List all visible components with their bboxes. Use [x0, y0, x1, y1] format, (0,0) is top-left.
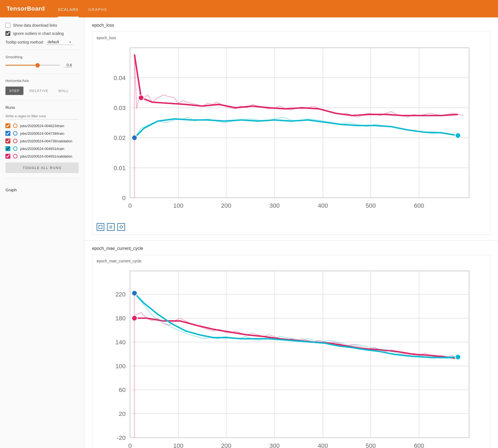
show-download-checkbox-row[interactable]: Show data download links [5, 23, 79, 28]
epoch-mae-section: epoch_mae_current_cycle epoch_mae_curren… [84, 241, 498, 448]
svg-rect-31 [99, 225, 102, 229]
crosshair-icon [119, 225, 123, 229]
svg-text:200: 200 [221, 442, 231, 448]
run-checkbox-1[interactable] [5, 123, 10, 128]
run-item-4[interactable]: jobs/20200524-004931/train [5, 146, 79, 151]
run-label-1: jobs/20200524-004623/train [20, 124, 64, 128]
run-circle-4 [13, 146, 17, 151]
svg-text:400: 400 [318, 442, 328, 448]
tooltip-label: Tooltip sorting method: [5, 40, 44, 44]
svg-text:100: 100 [173, 202, 183, 209]
svg-text:400: 400 [318, 202, 328, 209]
run-item-1[interactable]: jobs/20200524-004623/train [5, 123, 79, 128]
runs-label: Runs [5, 105, 79, 110]
svg-text:0.01: 0.01 [114, 165, 126, 171]
smoothing-section: Smoothing 0.6 [5, 55, 79, 74]
show-download-checkbox[interactable] [5, 23, 10, 28]
main-content: epoch_loss epoch_loss [84, 17, 498, 448]
horizontal-axis-section: Horizontal Axis STEP RELATIVE WALL [5, 79, 79, 100]
nav-graphs[interactable]: GRAPHS [88, 7, 107, 17]
svg-text:600: 600 [414, 442, 424, 448]
svg-text:0.02: 0.02 [114, 134, 126, 141]
axis-relative-button[interactable]: RELATIVE [26, 87, 52, 95]
logo: TensorBoard [7, 5, 45, 12]
run-checkbox-5[interactable] [5, 154, 10, 159]
smoothing-value: 0.6 [64, 63, 72, 67]
axis-label: Horizontal Axis [5, 79, 79, 83]
tooltip-select[interactable]: default ascending descending nearest [47, 39, 73, 45]
svg-point-29 [455, 133, 461, 138]
run-item-5[interactable]: jobs/20200524-004931/validation [5, 154, 79, 159]
tooltip-select-wrapper[interactable]: default ascending descending nearest [47, 39, 73, 45]
epoch-mae-chart-card: epoch_mae_current_cycle [92, 255, 490, 448]
ignore-outliers-checkbox-row[interactable]: Ignore outliers in chart scaling [5, 31, 79, 36]
svg-text:0.04: 0.04 [114, 75, 126, 81]
run-circle-2 [13, 131, 17, 136]
expand-icon [99, 225, 102, 229]
epoch-loss-chart-title: epoch_loss [97, 36, 486, 40]
epoch-loss-svg: 0 0.01 0.02 0.03 0.04 0 100 200 300 400 … [97, 42, 486, 220]
epoch-loss-expand-button[interactable] [97, 223, 104, 231]
svg-text:300: 300 [270, 442, 280, 448]
svg-text:0: 0 [128, 442, 132, 448]
epoch-loss-section-title: epoch_loss [92, 23, 490, 28]
graph-label: Graph [5, 188, 79, 192]
svg-text:0.03: 0.03 [114, 105, 126, 111]
axis-buttons: STEP RELATIVE WALL [5, 87, 79, 95]
run-label-3: jobs/20200524-004739/validation [20, 139, 72, 143]
tooltip-row: Tooltip sorting method: default ascendin… [5, 39, 79, 45]
epoch-mae-chart-area: -20 20 60 100 140 180 220 0 100 200 300 … [97, 265, 486, 448]
runs-filter-input[interactable] [5, 113, 79, 119]
nav-scalars[interactable]: SCALARS [58, 7, 79, 17]
svg-text:300: 300 [270, 202, 280, 209]
epoch-mae-svg: -20 20 60 100 140 180 220 0 100 200 300 … [97, 265, 486, 448]
svg-text:-20: -20 [117, 434, 126, 441]
svg-text:500: 500 [366, 202, 376, 209]
svg-text:0: 0 [122, 195, 126, 201]
svg-text:60: 60 [119, 387, 126, 394]
ignore-outliers-label: Ignore outliers in chart scaling [13, 31, 64, 36]
slider-row: 0.6 [5, 63, 79, 67]
run-item-3[interactable]: jobs/20200524-004739/validation [5, 139, 79, 143]
run-item-2[interactable]: jobs/20200524-004739/train [5, 131, 79, 136]
svg-text:220: 220 [115, 291, 126, 298]
epoch-mae-section-title: epoch_mae_current_cycle [92, 246, 490, 251]
axis-wall-button[interactable]: WALL [54, 87, 73, 95]
smoothing-label: Smoothing [5, 55, 79, 59]
svg-text:100: 100 [115, 363, 126, 370]
main-nav: SCALARS GRAPHS [58, 0, 107, 17]
axis-step-button[interactable]: STEP [5, 87, 23, 95]
ignore-outliers-checkbox[interactable] [5, 31, 10, 36]
run-circle-5 [13, 154, 17, 158]
epoch-loss-crosshair-button[interactable] [117, 223, 125, 231]
epoch-mae-chart-title: epoch_mae_current_cycle [97, 259, 486, 263]
runs-section: Runs jobs/20200524-004623/train jobs/202… [5, 105, 79, 178]
run-checkbox-2[interactable] [5, 131, 10, 136]
run-label-4: jobs/20200524-004931/train [20, 147, 64, 151]
main-layout: Show data download links Ignore outliers… [0, 17, 498, 448]
epoch-loss-toolbar [97, 222, 486, 232]
smoothing-slider[interactable] [5, 65, 60, 66]
menu-icon [109, 225, 113, 229]
svg-text:20: 20 [119, 410, 126, 417]
show-download-label: Show data download links [13, 23, 57, 27]
svg-text:0: 0 [128, 202, 132, 209]
epoch-loss-chart-area: 0 0.01 0.02 0.03 0.04 0 100 200 300 400 … [97, 42, 486, 220]
epoch-loss-section: epoch_loss epoch_loss [84, 17, 498, 241]
svg-text:180: 180 [115, 315, 126, 322]
run-circle-1 [13, 124, 17, 128]
svg-text:100: 100 [173, 442, 183, 448]
svg-point-81 [455, 354, 461, 360]
epoch-loss-menu-button[interactable] [107, 223, 115, 231]
svg-text:140: 140 [115, 339, 126, 346]
epoch-loss-chart-card: epoch_loss [92, 32, 490, 235]
run-label-2: jobs/20200524-004739/train [20, 131, 64, 136]
svg-rect-0 [130, 48, 469, 198]
svg-text:600: 600 [414, 202, 424, 209]
run-checkbox-3[interactable] [5, 139, 10, 143]
run-circle-3 [13, 139, 17, 143]
run-checkbox-4[interactable] [5, 146, 10, 151]
svg-text:500: 500 [366, 442, 376, 448]
svg-text:200: 200 [221, 202, 231, 209]
toggle-all-runs-button[interactable]: TOGGLE ALL RUNS [5, 162, 79, 173]
